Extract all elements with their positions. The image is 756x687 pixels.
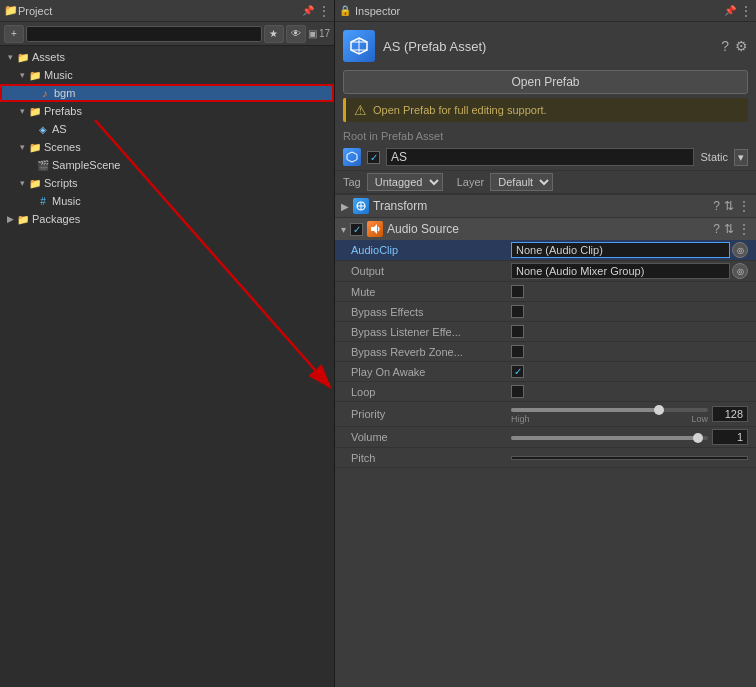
tree-item-bgm[interactable]: ♪ bgm bbox=[0, 84, 334, 102]
static-dropdown[interactable]: ▾ bbox=[734, 149, 748, 166]
pitch-value[interactable] bbox=[511, 456, 748, 460]
output-value[interactable]: None (Audio Mixer Group) bbox=[511, 263, 730, 279]
label-bgm: bgm bbox=[54, 87, 75, 99]
eye-button[interactable]: 👁 bbox=[286, 25, 306, 43]
transform-more-icon[interactable]: ⋮ bbox=[738, 199, 750, 213]
tree-item-assets[interactable]: ▾ 📁 Assets bbox=[0, 48, 334, 66]
play-on-awake-checkbox[interactable] bbox=[511, 365, 524, 378]
folder-icon-music: 📁 bbox=[28, 68, 42, 82]
priority-row: Priority High Low bbox=[335, 402, 756, 427]
settings-icon[interactable]: ⚙ bbox=[735, 38, 748, 54]
audio-source-component-header[interactable]: ▾ Audio Source ? ⇅ ⋮ bbox=[335, 217, 756, 240]
play-on-awake-label: Play On Awake bbox=[351, 366, 511, 378]
asset-count-num: 17 bbox=[319, 28, 330, 39]
tree-item-samplescene[interactable]: 🎬 SampleScene bbox=[0, 156, 334, 174]
as-name-input[interactable] bbox=[386, 148, 694, 166]
output-label: Output bbox=[351, 265, 511, 277]
transform-component-header[interactable]: ▶ Transform ? ⇅ ⋮ bbox=[335, 194, 756, 217]
warning-bar: ⚠ Open Prefab for full editing support. bbox=[343, 98, 748, 122]
audio-source-more-icon[interactable]: ⋮ bbox=[738, 222, 750, 236]
search-input[interactable] bbox=[26, 26, 262, 42]
tree-item-scripts[interactable]: ▾ 📁 Scripts bbox=[0, 174, 334, 192]
project-tree: ▾ 📁 Assets ▾ 📁 Music ♪ bgm bbox=[0, 46, 334, 687]
question-icon[interactable]: ? bbox=[721, 38, 729, 54]
inspector-title: Inspector bbox=[355, 5, 400, 17]
warning-text: Open Prefab for full editing support. bbox=[373, 104, 547, 116]
transform-question-icon[interactable]: ? bbox=[713, 199, 720, 213]
layer-dropdown[interactable]: Default bbox=[490, 173, 553, 191]
mute-checkbox[interactable] bbox=[511, 285, 524, 298]
volume-slider-container bbox=[511, 432, 708, 442]
priority-slider-container: High Low bbox=[511, 404, 708, 424]
bypass-listener-checkbox[interactable] bbox=[511, 325, 524, 338]
left-more-icon[interactable]: ⋮ bbox=[318, 4, 330, 18]
script-icon-music: # bbox=[36, 194, 50, 208]
tree-item-music-script[interactable]: # Music bbox=[0, 192, 334, 210]
bypass-reverb-checkbox[interactable] bbox=[511, 345, 524, 358]
folder-icon-assets: 📁 bbox=[16, 50, 30, 64]
audio-source-label: Audio Source bbox=[387, 222, 709, 236]
priority-high-label: High bbox=[511, 414, 530, 424]
inspector-lock-icon[interactable]: 🔒 bbox=[339, 5, 351, 16]
star-filter-button[interactable]: ★ bbox=[264, 25, 284, 43]
transform-label: Transform bbox=[373, 199, 709, 213]
tag-dropdown[interactable]: Untagged bbox=[367, 173, 443, 191]
loop-label: Loop bbox=[351, 386, 511, 398]
audioclip-value[interactable]: None (Audio Clip) bbox=[511, 242, 730, 258]
right-pin-icon[interactable]: 📌 bbox=[724, 5, 736, 16]
label-music-script: Music bbox=[52, 195, 81, 207]
volume-value-input[interactable] bbox=[712, 429, 748, 445]
output-picker-button[interactable]: ◎ bbox=[732, 263, 748, 279]
audio-source-checkbox[interactable] bbox=[350, 223, 363, 236]
arrow-packages: ▶ bbox=[4, 213, 16, 225]
loop-checkbox[interactable] bbox=[511, 385, 524, 398]
audioclip-row: AudioClip None (Audio Clip) ◎ bbox=[335, 240, 756, 261]
folder-icon-prefabs: 📁 bbox=[28, 104, 42, 118]
audio-source-settings-icon[interactable]: ⇅ bbox=[724, 222, 734, 236]
folder-icon-scenes: 📁 bbox=[28, 140, 42, 154]
tree-item-music[interactable]: ▾ 📁 Music bbox=[0, 66, 334, 84]
label-packages: Packages bbox=[32, 213, 80, 225]
tree-item-as[interactable]: ◈ AS bbox=[0, 120, 334, 138]
svg-marker-6 bbox=[347, 152, 357, 162]
label-assets: Assets bbox=[32, 51, 65, 63]
volume-row: Volume bbox=[335, 427, 756, 448]
tree-item-packages[interactable]: ▶ 📁 Packages bbox=[0, 210, 334, 228]
tree-item-scenes[interactable]: ▾ 📁 Scenes bbox=[0, 138, 334, 156]
bypass-effects-checkbox[interactable] bbox=[511, 305, 524, 318]
inspector-panel: AS (Prefab Asset) ? ⚙ Open Prefab ⚠ Open… bbox=[335, 22, 756, 687]
folder-icon-scripts: 📁 bbox=[28, 176, 42, 190]
add-button[interactable]: + bbox=[4, 25, 24, 43]
left-pin-icon[interactable]: 📌 bbox=[302, 5, 314, 16]
music-icon-bgm: ♪ bbox=[38, 86, 52, 100]
tag-label: Tag bbox=[343, 176, 361, 188]
folder-icon-packages: 📁 bbox=[16, 212, 30, 226]
priority-value-input[interactable] bbox=[712, 406, 748, 422]
priority-low-label: Low bbox=[691, 414, 708, 424]
tree-item-prefabs[interactable]: ▾ 📁 Prefabs bbox=[0, 102, 334, 120]
right-more-icon[interactable]: ⋮ bbox=[740, 4, 752, 18]
mute-row: Mute bbox=[335, 282, 756, 302]
warning-icon: ⚠ bbox=[354, 102, 367, 118]
arrow-prefabs: ▾ bbox=[16, 105, 28, 117]
open-prefab-button[interactable]: Open Prefab bbox=[343, 70, 748, 94]
volume-slider-track[interactable] bbox=[511, 436, 708, 440]
bypass-listener-row: Bypass Listener Effe... bbox=[335, 322, 756, 342]
as-enabled-checkbox[interactable] bbox=[367, 151, 380, 164]
audio-source-question-icon[interactable]: ? bbox=[713, 222, 720, 236]
arrow-samplescene bbox=[28, 159, 36, 171]
pitch-label: Pitch bbox=[351, 452, 511, 464]
layer-label: Layer bbox=[457, 176, 485, 188]
prefab-cube-icon bbox=[343, 30, 375, 62]
bypass-reverb-label: Bypass Reverb Zone... bbox=[351, 346, 511, 358]
arrow-scripts: ▾ bbox=[16, 177, 28, 189]
audioclip-picker-button[interactable]: ◎ bbox=[732, 242, 748, 258]
transform-component-icon bbox=[353, 198, 369, 214]
volume-label: Volume bbox=[351, 431, 511, 443]
arrow-bgm bbox=[30, 87, 38, 99]
priority-slider-track[interactable] bbox=[511, 408, 708, 412]
label-music: Music bbox=[44, 69, 73, 81]
label-scripts: Scripts bbox=[44, 177, 78, 189]
audioclip-label: AudioClip bbox=[351, 244, 511, 256]
transform-settings-icon[interactable]: ⇅ bbox=[724, 199, 734, 213]
